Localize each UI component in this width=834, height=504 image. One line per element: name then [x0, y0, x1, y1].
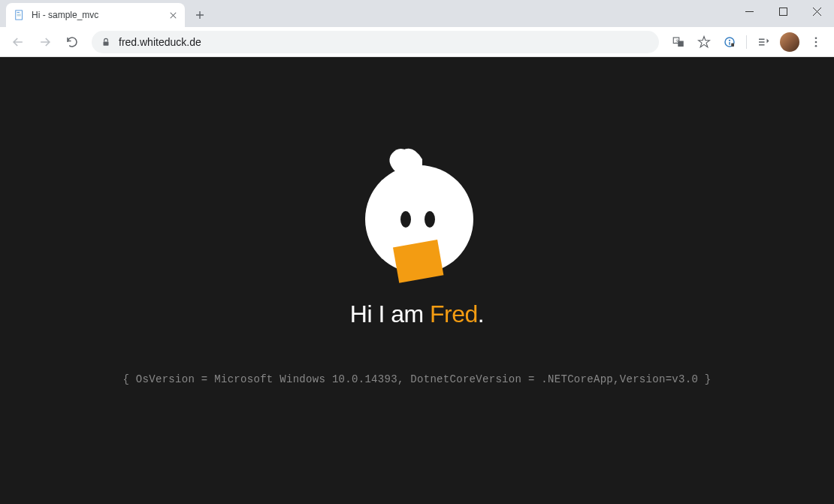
address-bar[interactable]: fred.whiteduck.de — [92, 31, 659, 53]
heading-suffix: . — [478, 300, 484, 327]
extension-icon[interactable] — [718, 30, 742, 54]
svg-rect-12 — [731, 43, 734, 47]
svg-rect-11 — [729, 42, 730, 45]
tab-title: Hi - sample_mvc — [32, 10, 161, 20]
svg-rect-5 — [104, 41, 109, 45]
svg-text:文: 文 — [675, 38, 679, 43]
window-maximize-button[interactable] — [766, 0, 800, 23]
svg-point-17 — [400, 211, 411, 228]
page-content: Hi I am Fred. { OsVersion = Microsoft Wi… — [0, 57, 834, 504]
hero-section: Hi I am Fred. { OsVersion = Microsoft Wi… — [122, 138, 711, 385]
svg-point-15 — [815, 44, 817, 47]
media-icon[interactable] — [751, 30, 775, 54]
window-titlebar: Hi - sample_mvc — [0, 0, 834, 27]
svg-rect-4 — [780, 8, 787, 15]
svg-point-13 — [815, 37, 817, 39]
browser-tab[interactable]: Hi - sample_mvc — [6, 3, 185, 27]
svg-rect-19 — [393, 240, 443, 283]
toolbar-actions: 文 — [666, 30, 828, 54]
menu-icon[interactable] — [804, 30, 828, 54]
forward-button[interactable] — [33, 30, 57, 54]
svg-rect-0 — [16, 11, 23, 20]
reload-button[interactable] — [60, 30, 84, 54]
tab-favicon-icon — [14, 9, 26, 21]
lock-icon — [101, 37, 111, 47]
back-button[interactable] — [6, 30, 30, 54]
bookmark-icon[interactable] — [692, 30, 716, 54]
tab-close-button[interactable] — [167, 9, 179, 21]
browser-toolbar: fred.whiteduck.de 文 — [0, 27, 834, 57]
new-tab-button[interactable] — [189, 5, 210, 26]
window-close-button[interactable] — [800, 0, 834, 23]
tab-bar: Hi - sample_mvc — [6, 0, 210, 27]
translate-icon[interactable]: 文 — [666, 30, 690, 54]
svg-point-10 — [729, 39, 730, 41]
toolbar-divider — [746, 35, 747, 49]
url-text: fred.whiteduck.de — [119, 36, 650, 48]
heading-prefix: Hi I am — [350, 300, 430, 327]
svg-point-18 — [425, 211, 435, 228]
svg-point-14 — [815, 41, 817, 43]
duck-logo-icon — [353, 138, 481, 288]
system-info-text: { OsVersion = Microsoft Windows 10.0.143… — [122, 373, 711, 385]
window-minimize-button[interactable] — [733, 0, 766, 23]
profile-avatar[interactable] — [780, 32, 799, 52]
heading-highlight: Fred — [430, 300, 478, 327]
page-heading: Hi I am Fred. — [350, 300, 484, 328]
